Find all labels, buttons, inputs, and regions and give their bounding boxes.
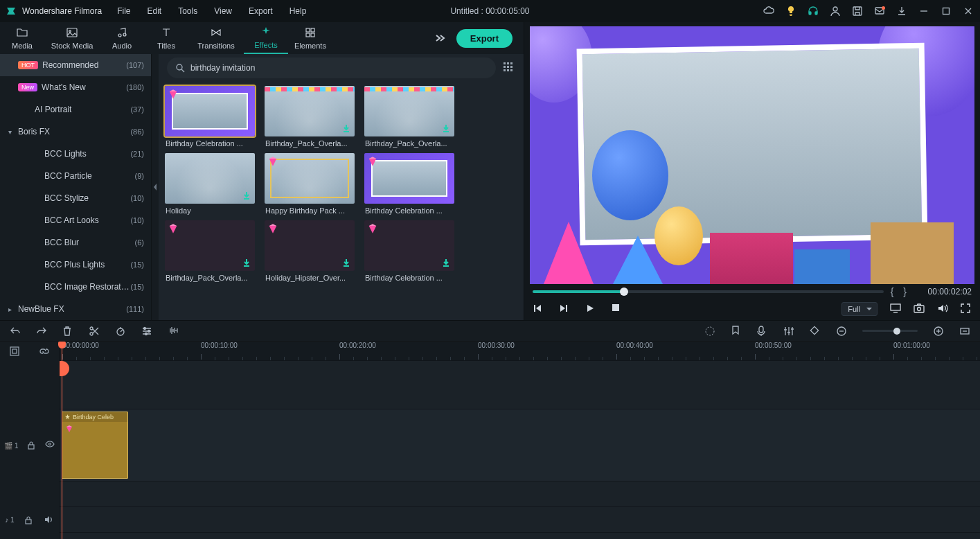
tab-elements[interactable]: Elements [288, 24, 332, 53]
sidebar-item[interactable]: NewWhat's New(180) [0, 76, 151, 98]
tab-media[interactable]: Media [0, 24, 44, 53]
link-icon[interactable] [39, 346, 49, 356]
close-icon[interactable] [962, 5, 974, 17]
download-icon[interactable] [241, 257, 252, 268]
sidebar-collapse-handle[interactable] [152, 54, 159, 320]
minimize-icon[interactable] [918, 5, 930, 17]
search-input[interactable] [190, 63, 488, 73]
playhead[interactable] [62, 342, 62, 539]
waveform-icon[interactable] [168, 326, 179, 337]
audio-track-header[interactable]: ♪ 1 [0, 507, 59, 533]
delete-icon[interactable] [62, 326, 73, 337]
undo-icon[interactable] [10, 326, 21, 337]
sidebar-item[interactable]: ▾Boris FX(86) [0, 121, 151, 143]
download-icon[interactable] [341, 257, 352, 268]
time-ruler[interactable]: 00:00:00:0000:00:10:0000:00:20:0000:00:3… [60, 342, 980, 361]
audio-mixer-icon[interactable] [783, 326, 794, 337]
manage-tracks-icon[interactable] [10, 346, 19, 356]
timeline-clip[interactable]: Birthday Celeb [62, 412, 128, 479]
effect-thumbnail[interactable]: Birthday Celebration ... [160, 86, 260, 148]
maximize-icon[interactable] [940, 5, 952, 17]
download-icon[interactable] [896, 5, 908, 17]
sidebar-item[interactable]: BCC Stylize(10) [0, 187, 151, 209]
more-tabs-icon[interactable] [433, 33, 447, 44]
save-icon[interactable] [851, 5, 864, 17]
sidebar-item[interactable]: ▸NewBlue FX(111) [0, 298, 151, 320]
eye-icon[interactable] [45, 441, 55, 450]
menu-edit[interactable]: Edit [141, 3, 169, 19]
effect-thumbnail[interactable]: Birthday_Pack_Overla... [160, 220, 260, 282]
audio-track[interactable] [60, 507, 980, 533]
zoom-out-icon[interactable] [836, 326, 847, 337]
cloud-icon[interactable] [763, 5, 775, 17]
volume-icon[interactable] [937, 303, 948, 315]
tab-stock-media[interactable]: Stock Media [44, 24, 100, 53]
download-icon[interactable] [241, 190, 252, 201]
tab-effects[interactable]: Effects [244, 23, 288, 54]
display-icon[interactable] [890, 303, 901, 315]
stop-icon[interactable] [612, 303, 623, 315]
keyframe-icon[interactable] [810, 326, 821, 337]
download-icon[interactable] [440, 123, 452, 134]
quality-select[interactable]: Full [841, 302, 877, 316]
sidebar-item[interactable]: BCC Image Restoration(15) [0, 276, 151, 298]
effect-thumbnail[interactable]: Birthday_Pack_Overla... [260, 86, 359, 148]
zoom-in-icon[interactable] [933, 326, 944, 337]
redo-icon[interactable] [36, 326, 47, 337]
sidebar-item[interactable]: HOTRecommended(107) [0, 54, 151, 76]
download-icon[interactable] [440, 257, 452, 268]
speed-icon[interactable] [115, 326, 126, 337]
preview-canvas[interactable] [530, 26, 974, 284]
effect-thumbnail[interactable]: Birthday_Pack_Overla... [359, 86, 459, 148]
headphones-icon[interactable] [807, 5, 819, 17]
mute-icon[interactable] [44, 515, 54, 525]
tab-audio[interactable]: Audio [100, 24, 144, 53]
adjust-icon[interactable] [141, 326, 152, 337]
video-track-header[interactable]: 🎬 1 [0, 409, 59, 481]
menu-help[interactable]: Help [283, 3, 314, 19]
mark-out-icon[interactable]: } [903, 286, 907, 297]
zoom-fit-icon[interactable] [959, 326, 970, 337]
sidebar-item[interactable]: AI Portrait(37) [0, 98, 151, 121]
prev-frame-icon[interactable] [533, 303, 544, 315]
export-button[interactable]: Export [456, 29, 513, 48]
grid-view-icon[interactable] [503, 62, 515, 74]
effect-thumbnail[interactable]: Birthday Celebration ... [359, 153, 459, 215]
tips-icon[interactable] [785, 5, 797, 17]
play-icon[interactable] [585, 303, 596, 315]
message-icon[interactable] [873, 5, 886, 17]
effect-thumbnail[interactable]: Happy Birthday Pack ... [260, 153, 359, 215]
sidebar-item[interactable]: BCC Lights(21) [0, 143, 151, 165]
menu-view[interactable]: View [207, 3, 239, 19]
menu-tools[interactable]: Tools [171, 3, 204, 19]
split-icon[interactable] [89, 326, 100, 337]
mark-in-icon[interactable]: { [891, 286, 894, 297]
account-icon[interactable] [829, 5, 841, 17]
zoom-slider[interactable] [862, 330, 918, 332]
record-voiceover-icon[interactable] [757, 326, 768, 337]
video-track[interactable]: Birthday Celeb [60, 409, 980, 481]
effect-thumbnail[interactable]: Holiday_Hipster_Over... [260, 220, 359, 282]
lock-icon[interactable] [24, 515, 34, 525]
empty-track[interactable] [60, 481, 980, 507]
sidebar-item[interactable]: BCC Blur(6) [0, 231, 151, 254]
marker-icon[interactable] [731, 326, 742, 337]
tracks-area[interactable]: 00:00:00:0000:00:10:0000:00:20:0000:00:3… [60, 342, 980, 539]
preview-scrubber[interactable] [533, 290, 884, 293]
tab-titles[interactable]: Titles [144, 24, 188, 53]
snapshot-icon[interactable] [914, 303, 925, 315]
next-frame-icon[interactable] [559, 303, 570, 315]
sidebar-item[interactable]: BCC Art Looks(10) [0, 209, 151, 231]
tab-transitions[interactable]: Transitions [188, 24, 244, 53]
menu-export[interactable]: Export [242, 3, 280, 19]
fullscreen-icon[interactable] [961, 303, 972, 315]
menu-file[interactable]: File [110, 3, 137, 19]
lock-icon[interactable] [27, 441, 37, 450]
sidebar-item[interactable]: BCC Particle(9) [0, 165, 151, 187]
effect-thumbnail[interactable]: Holiday [160, 153, 260, 215]
sidebar-item[interactable]: BCC Plus Lights(15) [0, 254, 151, 276]
search-box[interactable] [167, 58, 496, 78]
render-icon[interactable] [704, 326, 715, 337]
effect-thumbnail[interactable]: Birthday Celebration ... [359, 220, 459, 282]
download-icon[interactable] [341, 123, 352, 134]
